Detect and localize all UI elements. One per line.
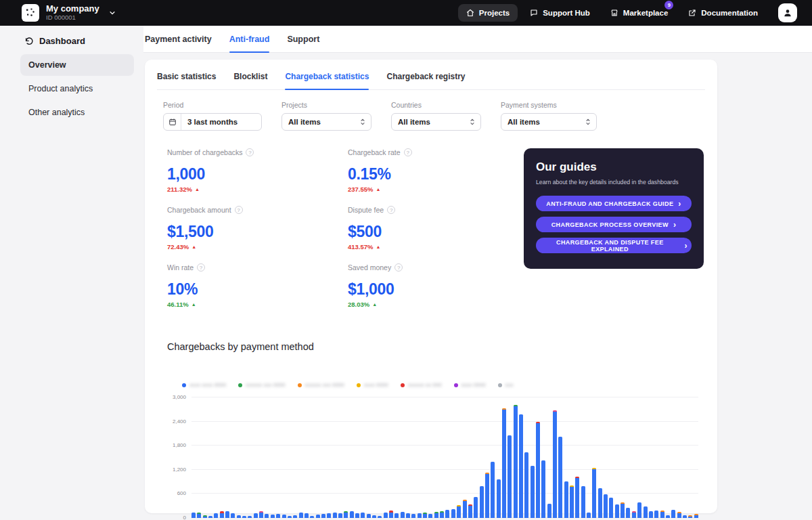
bar[interactable] [299, 397, 303, 518]
bar[interactable] [660, 397, 664, 518]
bar[interactable]: 22.01.2025 [654, 397, 658, 518]
bar[interactable]: 17.11.2024 [282, 397, 286, 518]
bar[interactable] [367, 397, 371, 518]
bar[interactable]: 20.01.2025 [644, 397, 648, 518]
subtab-blocklist[interactable]: Blocklist [233, 72, 267, 89]
bar[interactable] [411, 397, 415, 518]
tab-support[interactable]: Support [287, 26, 319, 52]
bar[interactable]: 11.11.2024 [248, 397, 252, 518]
bar[interactable] [321, 397, 325, 518]
bar[interactable]: 13.11.2024 [259, 397, 263, 518]
bar[interactable] [547, 397, 551, 518]
bar[interactable]: 05.11.2024 [214, 397, 218, 518]
bar[interactable]: 12.01.2025 [598, 397, 602, 518]
bar[interactable]: 26.01.2025 [677, 397, 681, 518]
bar[interactable]: 04.01.2025 [553, 397, 557, 518]
bar[interactable]: 29.11.2024 [350, 397, 354, 518]
bar[interactable] [276, 397, 280, 518]
bar[interactable] [694, 397, 698, 518]
bar[interactable]: 09.12.2024 [406, 397, 410, 518]
bar[interactable] [231, 397, 235, 518]
bar[interactable] [423, 397, 427, 518]
projects-button[interactable]: Projects [458, 4, 518, 22]
bar[interactable] [671, 397, 675, 518]
bar[interactable]: 27.12.2024 [508, 397, 512, 518]
bar[interactable]: 09.11.2024 [237, 397, 241, 518]
bar[interactable] [581, 397, 585, 518]
bar[interactable] [355, 397, 359, 518]
bar[interactable]: 19.11.2024 [293, 397, 297, 518]
bar[interactable]: 02.01.2025 [541, 397, 545, 518]
bar[interactable] [457, 397, 461, 518]
legend-item[interactable]: xxx [498, 382, 514, 388]
bar[interactable] [208, 397, 212, 518]
bar[interactable] [288, 397, 292, 518]
bar[interactable] [220, 397, 224, 518]
payment-systems-select[interactable]: All items [501, 113, 597, 131]
chevron-down-icon[interactable] [109, 9, 116, 16]
bar[interactable]: 13.12.2024 [428, 397, 432, 518]
bar[interactable] [592, 397, 596, 518]
support-hub-button[interactable]: Support Hub [522, 4, 598, 22]
documentation-button[interactable]: Documentation [680, 4, 766, 22]
bar[interactable]: 03.11.2024 [203, 397, 207, 518]
bar[interactable]: 19.12.2024 [463, 397, 467, 518]
bar[interactable]: 14.01.2025 [609, 397, 613, 518]
legend-item[interactable]: xxxx xxxx 0000 [182, 382, 226, 388]
marketplace-button[interactable]: Marketplace 9 [602, 4, 676, 22]
bar[interactable] [524, 397, 528, 518]
bar[interactable]: 23.11.2024 [316, 397, 320, 518]
bar[interactable]: 25.11.2024 [327, 397, 331, 518]
legend-item[interactable]: xxxxxx xx 000 [401, 382, 442, 388]
bar[interactable] [480, 397, 484, 518]
bar[interactable]: 03.12.2024 [372, 397, 376, 518]
guide-button-anti-fraud[interactable]: ANTI-FRAUD AND CHARGEBACK GUIDE› [536, 196, 692, 211]
help-icon[interactable]: ? [394, 263, 403, 272]
help-icon[interactable]: ? [246, 148, 254, 156]
bar[interactable]: 05.12.2024 [384, 397, 388, 518]
bar[interactable] [344, 397, 348, 518]
subtab-chargeback-statistics[interactable]: Chargeback statistics [285, 72, 369, 89]
bar[interactable] [536, 397, 540, 518]
bar[interactable] [514, 397, 518, 518]
bar[interactable]: 10.01.2025 [587, 397, 591, 518]
help-icon[interactable]: ? [387, 206, 395, 214]
help-icon[interactable]: ? [235, 206, 243, 214]
countries-select[interactable]: All items [391, 113, 481, 131]
legend-item[interactable]: xxxxxx xxx 0000 [298, 382, 344, 388]
bar[interactable] [265, 397, 269, 518]
bar[interactable]: 08.01.2025 [575, 397, 579, 518]
bar[interactable]: 28.01.2025 [688, 397, 692, 518]
legend-item[interactable]: xxxxxx xxx 0000 [238, 382, 285, 388]
bar[interactable] [649, 397, 653, 518]
bar[interactable]: 01.11.2024 [191, 397, 196, 518]
bar[interactable] [570, 397, 574, 518]
projects-select[interactable]: All items [281, 113, 371, 131]
tab-payment-activity[interactable]: Payment activity [145, 26, 212, 52]
company-logo[interactable] [22, 4, 39, 22]
period-input[interactable]: 3 last months [163, 113, 262, 131]
bar[interactable] [491, 397, 495, 518]
legend-item[interactable]: xxxx 0000 [357, 382, 388, 388]
bar[interactable] [242, 397, 246, 518]
company-switcher[interactable]: My company ID 000001 [46, 4, 99, 22]
bar[interactable] [468, 397, 472, 518]
bar[interactable]: 21.12.2024 [474, 397, 478, 518]
bar[interactable] [626, 397, 630, 518]
bar[interactable]: 06.01.2025 [564, 397, 568, 518]
bar[interactable]: 29.12.2024 [519, 397, 523, 518]
bar[interactable]: 21.11.2024 [304, 397, 309, 518]
bar[interactable] [558, 397, 562, 518]
bar[interactable] [310, 397, 314, 518]
bar[interactable] [254, 397, 258, 518]
bar[interactable]: 07.12.2024 [394, 397, 399, 518]
help-icon[interactable]: ? [197, 263, 205, 272]
bar[interactable] [434, 397, 438, 518]
bar[interactable] [389, 397, 393, 518]
bar[interactable]: 23.12.2024 [485, 397, 489, 518]
bar[interactable] [604, 397, 608, 518]
bar[interactable]: 16.01.2025 [621, 397, 625, 518]
bar[interactable]: 25.12.2024 [497, 397, 501, 518]
legend-item[interactable]: xxxx 0000 [454, 382, 486, 388]
bar[interactable]: 17.12.2024 [451, 397, 455, 518]
